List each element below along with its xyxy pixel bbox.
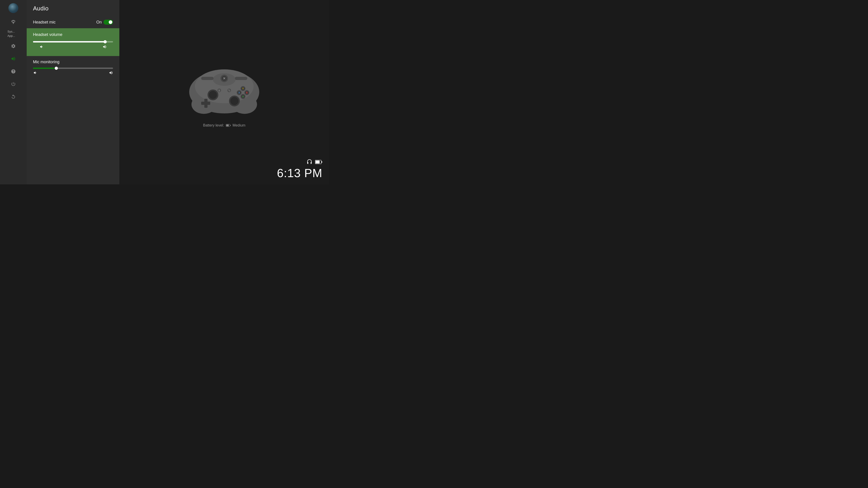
main-panel: Audio Headset mic On Headset volume [27,0,119,184]
avatar[interactable] [8,3,18,13]
svg-text:B: B [246,92,248,94]
headset-mic-toggle-container: On [96,20,113,25]
mic-monitoring-icons [33,71,113,76]
headset-status-icon [307,159,312,165]
headset-mic-toggle[interactable] [103,20,113,25]
sidebar-restart-icon[interactable] [7,91,19,103]
sidebar-audio-icon[interactable] [7,53,19,65]
svg-text:Y: Y [242,88,244,90]
headset-volume-icons [33,45,113,50]
controller-area: ✕ [119,0,329,184]
headset-volume-slider-section [33,40,113,52]
sidebar-settings-icon[interactable] [7,40,19,52]
controller-image: ✕ [186,57,263,116]
svg-rect-36 [226,125,229,126]
svg-rect-19 [218,90,220,91]
svg-rect-8 [201,77,214,80]
sidebar-power-icon[interactable] [7,78,19,90]
svg-rect-40 [321,161,322,163]
mic-vol-high-icon [109,71,113,76]
headset-volume-label: Headset volume [33,32,113,37]
controller-wrapper: ✕ [186,57,263,117]
svg-rect-9 [235,77,247,80]
sidebar-help-icon[interactable] [7,66,19,77]
status-bar: 6:13 PM [277,159,322,180]
mic-monitoring-track [33,68,113,69]
svg-rect-37 [230,125,231,126]
svg-text:A: A [242,95,244,98]
sidebar-trophy-icon[interactable] [7,16,19,28]
mic-monitoring-thumb[interactable] [55,67,58,70]
svg-rect-18 [218,90,220,90]
battery-icon-text [226,124,231,127]
battery-status-icon [315,160,322,164]
svg-rect-39 [315,161,320,164]
sidebar-system-label: Sys... [4,29,22,34]
battery-level: Medium [232,123,246,127]
sidebar-apps-label: App... [4,34,22,38]
headset-volume-track [33,41,113,42]
headset-volume-fill [33,41,105,42]
sidebar: Sys... App... [0,0,27,184]
svg-point-11 [209,91,217,99]
mic-vol-low-icon [33,71,37,76]
volume-low-icon [39,45,43,50]
svg-rect-20 [218,91,220,92]
headset-mic-state: On [96,20,102,25]
mic-monitoring-label: Mic monitoring [33,60,113,64]
svg-text:X: X [239,92,240,94]
svg-text:✕: ✕ [223,76,225,80]
status-icons [307,159,322,165]
volume-high-icon [103,45,107,50]
headset-mic-label: Headset mic [33,20,56,25]
panel-title: Audio [27,0,119,16]
headset-mic-row[interactable]: Headset mic On [27,16,119,28]
mic-monitoring-fill [33,68,55,69]
time-display: 6:13 PM [277,166,322,180]
mic-monitoring-row[interactable]: Mic monitoring [27,56,119,78]
svg-rect-13 [201,102,210,105]
headset-volume-thumb[interactable] [103,40,107,43]
headset-volume-row[interactable]: Headset volume [27,28,119,56]
svg-point-15 [230,97,239,105]
battery-info: Battery level: Medium [203,123,245,127]
settings-list: Headset mic On Headset volume [27,16,119,78]
battery-label: Battery level: [203,123,224,127]
